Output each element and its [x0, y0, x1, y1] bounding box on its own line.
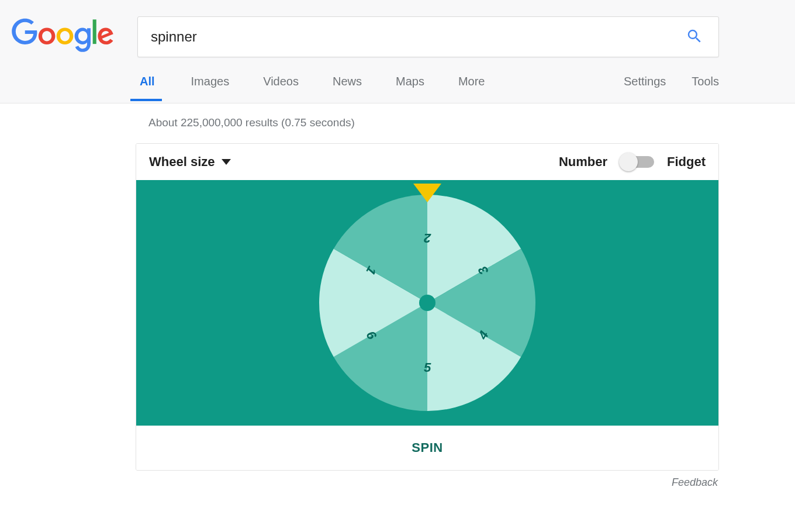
search-input[interactable]: [151, 29, 683, 45]
spin-button[interactable]: SPIN: [136, 426, 718, 470]
tab-more[interactable]: More: [456, 71, 488, 101]
tab-settings[interactable]: Settings: [624, 71, 666, 101]
mode-toggle[interactable]: [620, 156, 654, 168]
tab-tools[interactable]: Tools: [692, 71, 719, 101]
search-bar: [137, 16, 719, 57]
wheel-size-label: Wheel size: [149, 154, 215, 170]
toggle-knob: [619, 153, 638, 171]
google-logo[interactable]: [12, 18, 114, 56]
tab-maps[interactable]: Maps: [393, 71, 427, 101]
search-tabs: All Images Videos News Maps More Setting…: [137, 71, 719, 103]
spinner-card: Wheel size Number Fidget: [136, 143, 719, 471]
tab-videos[interactable]: Videos: [261, 71, 301, 101]
tab-news[interactable]: News: [330, 71, 364, 101]
spinner-wheel[interactable]: 1 2 3 4 5 6: [305, 180, 550, 426]
wheel-seg-2: 2: [423, 231, 431, 246]
tab-all[interactable]: All: [137, 71, 157, 101]
wheel-hub: [419, 295, 435, 311]
result-stats: About 225,000,000 results (0.75 seconds): [136, 116, 719, 129]
tab-images[interactable]: Images: [189, 71, 232, 101]
chevron-down-icon: [222, 159, 231, 165]
mode-number-label: Number: [559, 154, 607, 170]
search-icon: [686, 38, 703, 47]
wheel-size-dropdown[interactable]: Wheel size: [149, 154, 231, 170]
wheel-seg-5: 5: [424, 360, 431, 375]
search-button[interactable]: [683, 25, 706, 49]
wheel-stage: 1 2 3 4 5 6: [136, 180, 718, 426]
mode-fidget-label: Fidget: [667, 154, 706, 170]
feedback-link[interactable]: Feedback: [672, 476, 718, 488]
